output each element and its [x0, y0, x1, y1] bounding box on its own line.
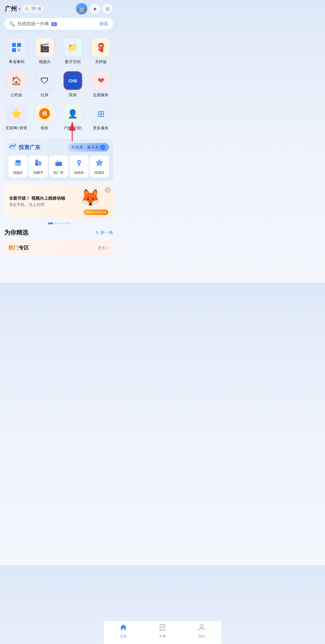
svg-rect-17: [37, 161, 38, 161]
svg-rect-16: [36, 161, 36, 161]
city-name[interactable]: 广州: [5, 5, 17, 13]
chevron-down-icon: ∨: [18, 7, 21, 11]
service-icon-gjj: 🏠: [7, 71, 26, 90]
service-item-yibao[interactable]: CHS医保: [59, 68, 87, 101]
weather-icon: ⛅: [24, 6, 30, 12]
carousel-dot-3[interactable]: [61, 222, 63, 224]
service-label-gjj: 公积金: [11, 92, 22, 98]
invest-logo: 投资广东: [8, 143, 40, 152]
service-label-huzheng: 户政(治安): [63, 125, 82, 131]
svg-rect-12: [16, 160, 20, 163]
service-item-digitalspace[interactable]: 📁数字空间: [59, 35, 87, 68]
camera-icon[interactable]: ⊙: [102, 4, 113, 14]
invest-title: 投资广东: [19, 144, 40, 151]
svg-rect-3: [18, 49, 19, 50]
svg-rect-1: [17, 43, 21, 47]
promo-text: 全新升级！ 视频办上线移动端 拿起手机，马上办理: [9, 196, 72, 207]
invest-item-building[interactable]: 找楼宇: [29, 155, 48, 177]
service-icon-internet: ⭐: [7, 104, 26, 123]
service-item-internet[interactable]: ⭐互联网+督查: [2, 101, 31, 134]
service-item-care[interactable]: 🧣关怀版: [87, 35, 115, 68]
service-label-volunteer: 志愿服务: [93, 92, 109, 98]
picks-refresh-button[interactable]: ↻ 换一换: [96, 230, 113, 235]
invest-item-icon-project: [95, 158, 104, 169]
status-bar: 广州 ∨ ⛅ 25° 优 🤖 ➤ ⊙: [0, 0, 117, 16]
service-item-yueshima[interactable]: 粤省事码: [2, 35, 31, 68]
svg-rect-18: [36, 162, 36, 163]
department-title-orange: 部门: [8, 245, 19, 251]
invest-item-label-building: 找楼宇: [33, 170, 43, 175]
invest-items: 找园区找楼宇找厂房找地块找项目: [8, 155, 109, 177]
service-icon-volunteer: ❤: [91, 71, 110, 90]
department-header: 部门专区 更多 >: [8, 244, 109, 251]
svg-rect-19: [37, 162, 38, 163]
weather-label: 优: [38, 6, 41, 11]
invest-item-label-project: 找项目: [94, 170, 104, 175]
service-icon-tax: 税: [35, 104, 54, 123]
invest-item-project[interactable]: 找项目: [90, 155, 109, 177]
service-icon-yibao: CHS: [63, 71, 82, 90]
department-title-black: 专区: [19, 245, 29, 251]
picks-refresh-label: 换一换: [101, 230, 113, 235]
service-label-care: 关怀版: [95, 59, 107, 65]
promo-highlight: 全新升级！ 视频办上线移动端: [9, 196, 72, 201]
invest-item-land[interactable]: 找地块: [70, 155, 89, 177]
svg-rect-5: [18, 50, 19, 51]
location-icon[interactable]: ➤: [90, 4, 100, 14]
picks-title: 为你精选: [4, 228, 28, 237]
svg-point-26: [78, 165, 81, 166]
invest-item-label-land: 找地块: [74, 170, 84, 175]
carousel-dot-0[interactable]: [48, 222, 53, 224]
promo-banner: × 全新升级！ 视频办上线移动端 拿起手机，马上办理 🦊 视频办全新升级: [4, 185, 113, 218]
service-icon-digitalspace: 📁: [63, 38, 82, 57]
refresh-icon: ↻: [96, 230, 99, 235]
carousel-dot-1[interactable]: [55, 222, 57, 224]
invest-header: 投资广东 共发展，赢未来 ›: [8, 143, 109, 152]
service-item-huzheng[interactable]: 👤户政(治安): [59, 101, 87, 134]
service-item-tax[interactable]: 税税务: [31, 101, 59, 134]
service-item-more[interactable]: ⊞更多服务: [87, 101, 115, 134]
service-icon-care: 🧣: [91, 38, 110, 57]
service-item-gjj[interactable]: 🏠公积金: [2, 68, 31, 101]
picks-section: 为你精选 ↻ 换一换: [0, 228, 117, 237]
service-icon-huzheng: 👤: [63, 104, 82, 123]
carousel-dot-2[interactable]: [58, 222, 60, 224]
invest-item-park[interactable]: 找园区: [8, 155, 28, 177]
carousel-dot-5[interactable]: [68, 222, 70, 224]
invest-slogan-text: 共发展，赢未来: [71, 145, 99, 150]
service-item-videooffice[interactable]: 🎬视频办: [31, 35, 59, 68]
invest-item-icon-building: [34, 158, 42, 169]
status-left: 广州 ∨ ⛅ 25° 优: [5, 5, 44, 13]
avatar-bot[interactable]: 🤖: [76, 3, 87, 14]
svg-point-10: [12, 145, 14, 147]
svg-point-24: [78, 161, 80, 163]
svg-rect-2: [12, 48, 16, 52]
search-button[interactable]: 搜索: [99, 21, 108, 27]
service-label-yueshima: 粤省事码: [9, 59, 24, 65]
department-more-button[interactable]: 更多 >: [98, 245, 109, 251]
weather-badge: ⛅ 25° 优: [22, 5, 44, 13]
service-icon-shebao: 🛡: [35, 71, 54, 90]
service-item-volunteer[interactable]: ❤志愿服务: [87, 68, 115, 101]
picks-header: 为你精选 ↻ 换一换: [4, 228, 113, 237]
promo-badge: 视频办全新升级: [84, 210, 108, 215]
invest-section: 投资广东 共发展，赢未来 › 找园区找楼宇找厂房找地块找项目: [4, 139, 113, 181]
invest-item-icon-factory: [54, 158, 63, 169]
service-label-more: 更多服务: [93, 125, 109, 131]
svg-rect-4: [19, 49, 20, 50]
svg-rect-21: [57, 160, 58, 163]
new-badge: 新: [51, 22, 57, 26]
carousel-dots: [0, 222, 117, 224]
invest-slogan[interactable]: 共发展，赢未来 ›: [68, 143, 109, 152]
svg-rect-20: [55, 162, 62, 166]
service-item-shebao[interactable]: 🛡社保: [31, 68, 59, 101]
carousel-dot-4[interactable]: [65, 222, 67, 224]
invest-logo-icon: [8, 143, 17, 152]
search-bar[interactable]: 🔍 扶残助困一件事 新 搜索: [4, 18, 113, 30]
department-section: 部门专区 更多 >: [4, 240, 113, 256]
invest-item-label-factory: 找厂房: [54, 170, 63, 175]
service-label-videooffice: 视频办: [39, 59, 51, 65]
department-title: 部门专区: [8, 244, 29, 251]
invest-item-factory[interactable]: 找厂房: [49, 155, 68, 177]
services-grid: 粤省事码🎬视频办📁数字空间🧣关怀版🏠公积金🛡社保CHS医保❤志愿服务⭐互联网+督…: [0, 34, 117, 137]
